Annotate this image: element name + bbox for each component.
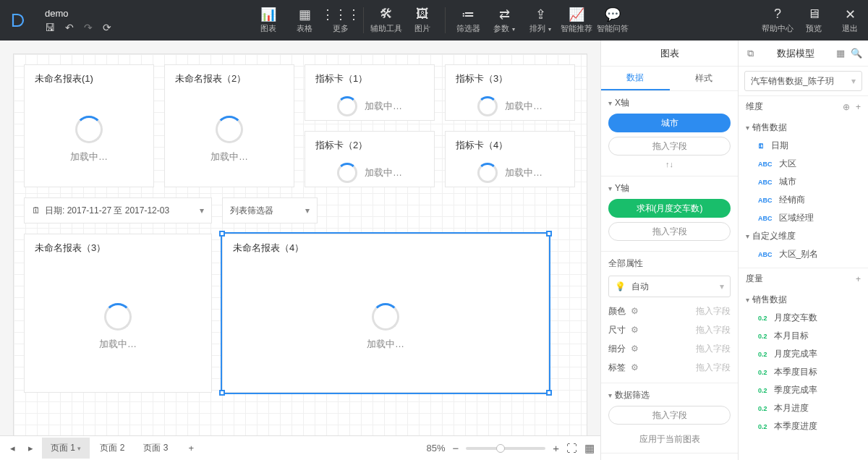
exit-icon: ✕ bbox=[845, 7, 856, 22]
toolbar-grid-button[interactable]: ⋮⋮⋮更多 bbox=[323, 0, 359, 41]
page-next-icon[interactable]: ▸ bbox=[24, 440, 38, 456]
tab-data[interactable]: 数据 bbox=[601, 67, 670, 90]
brand-logo[interactable] bbox=[0, 12, 35, 29]
gear-icon[interactable]: ⚙ bbox=[631, 344, 639, 354]
widget-report-3[interactable]: 未命名报表（3） 加载中… bbox=[24, 234, 212, 393]
panel-dock-icon[interactable]: ⧉ bbox=[744, 48, 756, 59]
x-axis-dropzone[interactable]: 拖入字段 bbox=[608, 137, 731, 156]
undo-icon[interactable]: ↶ bbox=[65, 22, 74, 33]
measure-field[interactable]: 0.2本季度目标 bbox=[743, 363, 864, 381]
toolbar-filter-button[interactable]: ≔筛选器 bbox=[450, 0, 486, 41]
widget-kpi-4[interactable]: 指标卡（4） 加载中… bbox=[445, 131, 575, 187]
attr-标签[interactable]: 标签 ⚙拖入字段 bbox=[608, 358, 731, 377]
resize-handle[interactable] bbox=[219, 390, 225, 396]
canvas[interactable]: 未命名报表(1) 加载中… 未命名报表（2） 加载中… 指标卡（1） 加载中… bbox=[13, 54, 587, 435]
toolbar-table-button[interactable]: ▦表格 bbox=[286, 0, 323, 41]
zoom-out-icon[interactable]: − bbox=[452, 442, 459, 454]
help-icon: ? bbox=[774, 7, 781, 22]
list-filter[interactable]: 列表筛选器 ▾ bbox=[222, 197, 318, 223]
chart-type-select[interactable]: 💡 自动 ▾ bbox=[608, 276, 731, 297]
zoom-in-icon[interactable]: + bbox=[553, 442, 559, 454]
filter-dropzone[interactable]: 拖入字段 bbox=[608, 406, 731, 425]
page-prev-icon[interactable]: ◂ bbox=[6, 440, 20, 456]
toolbar-ai-button[interactable]: 📈智能推荐 bbox=[558, 0, 595, 41]
dimension-field[interactable]: ABC经销商 bbox=[743, 191, 864, 209]
measure-field[interactable]: 0.2本月目标 bbox=[743, 327, 864, 345]
toolbar-params-button[interactable]: ⇄参数 ▾ bbox=[486, 0, 522, 41]
widget-report-4[interactable]: 未命名报表（4） 加载中… bbox=[222, 234, 549, 393]
toolbar-chart-button[interactable]: 📊图表 bbox=[250, 0, 286, 41]
tab-style[interactable]: 样式 bbox=[670, 67, 739, 90]
spinner-icon bbox=[216, 116, 243, 143]
dimension-field[interactable]: ABC区域经理 bbox=[743, 209, 864, 227]
dimension-field[interactable]: ABC大区 bbox=[743, 155, 864, 173]
widget-kpi-2[interactable]: 指标卡（2） 加载中… bbox=[305, 131, 435, 187]
number-type-icon: 0.2 bbox=[756, 350, 770, 359]
spinner-icon bbox=[477, 96, 498, 116]
zoom-slider[interactable] bbox=[466, 447, 545, 450]
attr-颜色[interactable]: 颜色 ⚙拖入字段 bbox=[608, 302, 731, 320]
widget-report-2[interactable]: 未命名报表（2） 加载中… bbox=[164, 64, 294, 187]
swap-axes-icon[interactable]: ↑↓ bbox=[608, 160, 731, 169]
spinner-icon bbox=[337, 163, 357, 183]
refresh-icon[interactable]: ⟳ bbox=[103, 22, 111, 33]
add-measure-icon[interactable]: + bbox=[856, 274, 861, 284]
page-tab[interactable]: 页面 2 bbox=[91, 438, 133, 459]
widget-report-1[interactable]: 未命名报表(1) 加载中… bbox=[24, 64, 154, 187]
text-type-icon: ABC bbox=[756, 178, 775, 187]
gear-icon[interactable]: ⚙ bbox=[631, 306, 639, 316]
grid-toggle-icon[interactable]: ▦ bbox=[584, 442, 595, 455]
add-dim-icon[interactable]: + bbox=[856, 102, 861, 112]
measure-field[interactable]: 0.2本季度进度 bbox=[743, 417, 864, 435]
y-axis-dropzone[interactable]: 拖入字段 bbox=[608, 222, 731, 241]
resize-handle[interactable] bbox=[219, 231, 225, 237]
dim-group-sales[interactable]: ▾销售数据 bbox=[743, 119, 864, 137]
measure-field[interactable]: 0.2月度交车数 bbox=[743, 309, 864, 327]
save-icon[interactable]: 🖫 bbox=[45, 22, 55, 33]
bulb-icon: 💡 bbox=[615, 281, 626, 291]
dimension-field[interactable]: ABC大区_别名 bbox=[743, 245, 864, 263]
toolbar-sort-button[interactable]: ⇪排列 ▾ bbox=[522, 0, 558, 41]
spinner-icon bbox=[337, 96, 357, 116]
page-tab[interactable]: 页面 3 bbox=[135, 438, 176, 459]
dataset-select[interactable]: 汽车销售数据_陈子玥 ▾ bbox=[744, 71, 862, 91]
toolbar-exit-button[interactable]: ✕退出 bbox=[832, 0, 868, 41]
x-axis-field[interactable]: 城市 bbox=[608, 114, 731, 132]
measure-field[interactable]: 0.2本月进度 bbox=[743, 399, 864, 417]
widget-kpi-3[interactable]: 指标卡（3） 加载中… bbox=[445, 64, 575, 121]
params-icon: ⇄ bbox=[499, 7, 510, 22]
search-icon[interactable]: 🔍 bbox=[851, 48, 862, 59]
dim-group-custom[interactable]: ▾自定义维度 bbox=[743, 227, 864, 245]
toolbar-image-button[interactable]: 🖼图片 bbox=[404, 0, 441, 41]
dimension-field[interactable]: 🗓日期 bbox=[743, 137, 864, 155]
measure-group-sales[interactable]: ▾销售数据 bbox=[743, 291, 864, 309]
add-page-button[interactable]: + bbox=[181, 438, 201, 458]
y-axis-field[interactable]: 求和(月度交车数) bbox=[608, 199, 731, 218]
measure-field[interactable]: 0.2月度完成率 bbox=[743, 345, 864, 363]
dimension-field[interactable]: ABC城市 bbox=[743, 173, 864, 191]
gear-icon[interactable]: ⚙ bbox=[631, 325, 639, 335]
grid-view-icon[interactable]: ▦ bbox=[835, 48, 846, 59]
page-tab[interactable]: 页面 1 ▾ bbox=[42, 438, 90, 459]
redo-icon[interactable]: ↷ bbox=[84, 22, 93, 33]
spinner-icon bbox=[104, 303, 132, 331]
toolbar-help-button[interactable]: ?帮助中心 bbox=[760, 0, 796, 41]
resize-handle[interactable] bbox=[546, 390, 552, 396]
measure-field[interactable]: 0.2季度完成率 bbox=[743, 381, 864, 399]
attr-尺寸[interactable]: 尺寸 ⚙拖入字段 bbox=[608, 320, 731, 339]
widget-kpi-1[interactable]: 指标卡（1） 加载中… bbox=[305, 64, 435, 121]
bottombar: ◂ ▸ 页面 1 ▾页面 2页面 3 + 85% − + ⛶ ▦ bbox=[0, 435, 600, 460]
document-title[interactable]: demo bbox=[45, 8, 111, 19]
toolbar-tools-button[interactable]: 🛠辅助工具 bbox=[368, 0, 404, 41]
number-type-icon: 0.2 bbox=[756, 314, 770, 323]
chart-icon: 📊 bbox=[260, 7, 276, 22]
resize-handle[interactable] bbox=[546, 231, 552, 237]
fit-screen-icon[interactable]: ⛶ bbox=[566, 442, 577, 454]
gear-icon[interactable]: ⚙ bbox=[631, 362, 639, 372]
toolbar-preview-button[interactable]: 🖥预览 bbox=[796, 0, 832, 41]
globe-icon[interactable]: ⊕ bbox=[843, 102, 850, 112]
date-filter[interactable]: 🗓 日期: 2017-11-27 至 2017-12-03 ▾ bbox=[24, 197, 212, 223]
calendar-icon: 🗓 bbox=[756, 142, 767, 150]
attr-细分[interactable]: 细分 ⚙拖入字段 bbox=[608, 339, 731, 358]
toolbar-qa-button[interactable]: 💬智能问答 bbox=[595, 0, 631, 41]
